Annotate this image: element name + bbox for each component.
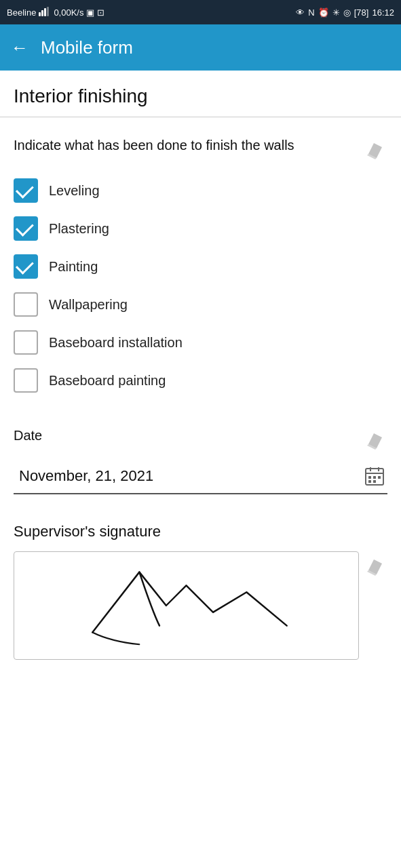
svg-rect-15 <box>368 480 371 483</box>
checkbox-plastering[interactable]: Plastering <box>14 210 387 248</box>
calendar-icon[interactable] <box>364 466 385 486</box>
date-section-label: Date <box>14 427 366 445</box>
checkbox-leveling-box[interactable] <box>14 178 38 203</box>
checkbox-baseboard-painting-box[interactable] <box>14 368 38 393</box>
wall-section: Indicate what has been done to finish th… <box>0 130 401 413</box>
app-bar: ← Mobile form <box>0 24 401 71</box>
battery-icon: [78] <box>354 7 369 18</box>
checkbox-baseboard-installation-label: Baseboard installation <box>49 335 183 351</box>
status-bar-right: 👁 N ⏰ ✳ ◎ [78] 16:12 <box>296 7 394 18</box>
svg-rect-16 <box>373 480 376 483</box>
carrier-label: Beeline <box>7 7 36 18</box>
bluetooth-icon: ✳ <box>332 7 340 18</box>
date-field[interactable]: November, 21, 2021 <box>14 459 387 494</box>
checkbox-baseboard-painting[interactable]: Baseboard painting <box>14 361 387 399</box>
wall-section-header: Indicate what has been done to finish th… <box>14 136 387 159</box>
checkbox-baseboard-installation[interactable]: Baseboard installation <box>14 323 387 361</box>
svg-rect-3 <box>47 7 49 16</box>
checkbox-wallpapering[interactable]: Wallpapering <box>14 285 387 323</box>
screenshot-icon: ⊡ <box>97 7 104 18</box>
signature-area-box <box>14 551 359 660</box>
date-value: November, 21, 2021 <box>19 467 153 485</box>
checkbox-painting[interactable]: Painting <box>14 248 387 285</box>
wall-eraser-icon[interactable] <box>366 138 387 159</box>
signal-icon <box>39 7 51 18</box>
speed-label: 0,00K/s <box>54 7 83 18</box>
back-button[interactable]: ← <box>11 37 28 58</box>
checkbox-wallpapering-label: Wallpapering <box>49 297 128 313</box>
svg-rect-1 <box>41 10 43 16</box>
svg-rect-0 <box>39 12 41 16</box>
signature-canvas[interactable] <box>14 551 359 660</box>
checkbox-plastering-box[interactable] <box>14 216 38 241</box>
svg-rect-13 <box>373 476 376 479</box>
checkbox-baseboard-painting-label: Baseboard painting <box>49 373 166 389</box>
wall-section-label: Indicate what has been done to finish th… <box>14 136 366 155</box>
signature-label: Supervisor's signature <box>14 521 387 542</box>
signature-section: Supervisor's signature <box>0 508 401 667</box>
title-divider <box>0 117 401 117</box>
date-section: Date November, 21, 2021 <box>0 413 401 508</box>
checkbox-leveling-label: Leveling <box>49 183 100 199</box>
status-bar: Beeline 0,00K/s ▣ ⊡ 👁 N ⏰ ✳ ◎ [78] 16:12 <box>0 0 401 24</box>
checkbox-painting-box[interactable] <box>14 254 38 279</box>
date-section-header: Date <box>14 427 387 450</box>
checkbox-plastering-label: Plastering <box>49 221 109 237</box>
signature-eraser-wrapper <box>366 554 387 578</box>
status-bar-left: Beeline 0,00K/s ▣ ⊡ <box>7 7 104 18</box>
location-icon: ◎ <box>343 7 351 18</box>
notification-icon: ▣ <box>86 7 94 18</box>
time-label: 16:12 <box>372 7 394 18</box>
checkbox-wallpapering-box[interactable] <box>14 292 38 317</box>
checkbox-painting-label: Painting <box>49 259 98 275</box>
signature-area-row <box>14 551 387 660</box>
page-title: Interior finishing <box>0 71 401 117</box>
checkbox-leveling[interactable]: Leveling <box>14 172 387 210</box>
checkbox-baseboard-installation-box[interactable] <box>14 330 38 355</box>
alarm-icon: ⏰ <box>318 7 329 18</box>
svg-rect-12 <box>368 476 371 479</box>
date-eraser-icon[interactable] <box>366 428 387 450</box>
content: Interior finishing Indicate what has bee… <box>0 71 401 667</box>
signature-svg <box>14 552 358 659</box>
nfc-icon: N <box>308 7 314 18</box>
svg-rect-2 <box>44 8 46 16</box>
app-bar-title: Mobile form <box>41 37 133 58</box>
signature-eraser-icon[interactable] <box>366 554 387 576</box>
eye-icon: 👁 <box>296 7 305 18</box>
svg-rect-14 <box>378 476 381 479</box>
